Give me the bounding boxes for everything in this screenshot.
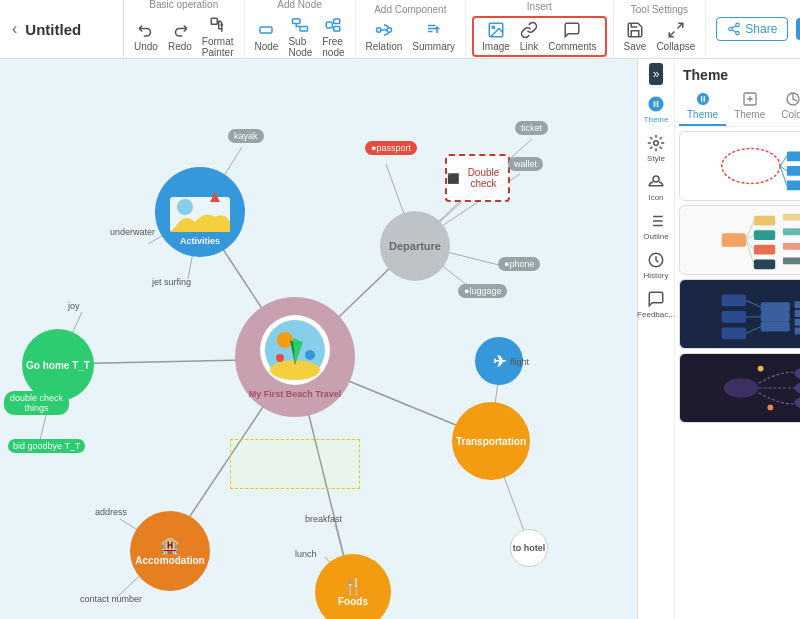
- lunch-label[interactable]: lunch: [295, 549, 317, 559]
- flight-label: flight: [510, 357, 529, 367]
- insert-group: Insert Image Link Comments: [466, 0, 614, 58]
- add-component-label: Add Component: [374, 4, 446, 15]
- image-button[interactable]: Image: [478, 19, 514, 54]
- expand-button[interactable]: »: [649, 63, 664, 85]
- theme-tab-color[interactable]: Color: [773, 87, 800, 126]
- svg-rect-6: [334, 26, 340, 31]
- basic-operation-group: Basic operation Undo Redo Format Painter: [124, 0, 245, 58]
- theme-tabs: Theme Theme Color Backdrop: [675, 87, 800, 127]
- svg-rect-94: [722, 311, 746, 323]
- svg-rect-78: [754, 216, 775, 226]
- basic-operation-label: Basic operation: [149, 0, 218, 10]
- add-node-group: Add Node Node Sub Node Free node: [245, 0, 356, 58]
- side-style-button[interactable]: Style: [638, 130, 674, 167]
- side-outline-button[interactable]: Outline: [638, 208, 674, 245]
- svg-rect-3: [300, 26, 308, 31]
- phone-label[interactable]: ●phone: [498, 257, 540, 271]
- svg-line-12: [669, 32, 674, 37]
- departure-node[interactable]: Departure: [380, 211, 450, 281]
- sub-node-button[interactable]: Sub Node: [284, 14, 316, 60]
- redo-button[interactable]: Redo: [164, 19, 196, 54]
- double-check-node[interactable]: ⬛ Double check: [445, 154, 510, 202]
- center-node[interactable]: My First Beach Travel: [235, 297, 355, 417]
- tool-settings-label: Tool Settings: [631, 4, 688, 15]
- svg-point-13: [736, 23, 740, 27]
- breakfast-label[interactable]: breakfast: [305, 514, 342, 524]
- theme-tab-text[interactable]: Theme: [726, 87, 773, 126]
- canvas[interactable]: My First Beach Travel Activities Departu…: [0, 59, 637, 619]
- kayak-label[interactable]: kayak: [228, 129, 264, 143]
- link-button[interactable]: Link: [516, 19, 542, 54]
- luggage-label[interactable]: ●luggage: [458, 284, 507, 298]
- foods-node[interactable]: 🍴 Foods: [315, 554, 391, 619]
- address-label[interactable]: address: [95, 507, 127, 517]
- tool-settings-group: Tool Settings Save Collapse: [614, 0, 707, 58]
- summary-button[interactable]: Summary: [408, 19, 459, 54]
- theme-title: Theme: [683, 67, 728, 83]
- svg-point-10: [492, 26, 494, 28]
- svg-rect-104: [795, 319, 800, 326]
- svg-rect-0: [211, 18, 217, 24]
- svg-point-48: [276, 354, 284, 362]
- svg-point-8: [387, 28, 392, 33]
- toolbar-right: Share Export: [706, 0, 800, 58]
- side-style-label: Style: [647, 154, 665, 163]
- jet-surfing-label[interactable]: jet surfing: [152, 277, 191, 287]
- theme-tab-icon[interactable]: Theme: [679, 87, 726, 126]
- save-button[interactable]: Save: [620, 19, 651, 54]
- svg-point-111: [758, 366, 764, 372]
- joy-label[interactable]: joy: [68, 301, 80, 311]
- svg-rect-80: [754, 245, 775, 255]
- svg-rect-5: [334, 19, 340, 24]
- svg-rect-95: [722, 328, 746, 340]
- passport-label[interactable]: ●passport: [365, 141, 417, 155]
- insert-label: Insert: [527, 1, 552, 12]
- theme-thumb-4[interactable]: [679, 353, 800, 423]
- free-node-button[interactable]: Free node: [318, 14, 348, 60]
- node-button[interactable]: Node: [251, 19, 283, 54]
- svg-rect-67: [787, 151, 800, 161]
- ticket-label[interactable]: ticket: [515, 121, 548, 135]
- side-theme-button[interactable]: Theme: [638, 91, 674, 128]
- svg-point-46: [277, 332, 293, 348]
- side-history-button[interactable]: History: [638, 247, 674, 284]
- underwater-label[interactable]: underwater: [110, 227, 155, 237]
- contact-number-label[interactable]: contact number: [80, 594, 142, 604]
- theme-header: Theme: [675, 59, 800, 87]
- title-area: ‹ Untitled: [0, 0, 124, 58]
- format-painter-button[interactable]: Format Painter: [198, 14, 238, 60]
- side-toolbar: » Theme Style Icon Outline History: [638, 59, 675, 619]
- theme-thumbnails: [675, 127, 800, 619]
- double-check-things-label[interactable]: double check things: [4, 391, 69, 415]
- transportation-node[interactable]: Transportation: [452, 402, 530, 480]
- theme-thumb-3[interactable]: [679, 279, 800, 349]
- theme-thumb-2[interactable]: [679, 205, 800, 275]
- svg-rect-86: [783, 214, 800, 221]
- svg-rect-100: [761, 312, 790, 322]
- back-button[interactable]: ‹: [12, 20, 17, 38]
- activities-node[interactable]: Activities: [155, 167, 245, 257]
- center-node-label: My First Beach Travel: [245, 389, 346, 399]
- theme-thumb-1[interactable]: [679, 131, 800, 201]
- svg-rect-68: [787, 166, 800, 176]
- svg-rect-105: [795, 328, 800, 335]
- undo-button[interactable]: Undo: [130, 19, 162, 54]
- share-button[interactable]: Share: [716, 17, 788, 41]
- right-panel: » Theme Style Icon Outline History: [637, 59, 800, 619]
- side-feedback-button[interactable]: Feedbac...: [638, 286, 674, 323]
- svg-rect-93: [722, 295, 746, 307]
- export-button[interactable]: Export: [796, 18, 800, 40]
- svg-point-15: [736, 31, 740, 35]
- side-theme-label: Theme: [644, 115, 669, 124]
- bid-goodbye-label[interactable]: bid goodbye T_T: [8, 439, 85, 453]
- svg-rect-89: [783, 257, 800, 264]
- accomodation-node[interactable]: 🏨 Accomodation: [130, 511, 210, 591]
- comments-button[interactable]: Comments: [544, 19, 600, 54]
- side-history-label: History: [644, 271, 669, 280]
- svg-rect-77: [722, 233, 746, 247]
- side-icon-button[interactable]: Icon: [638, 169, 674, 206]
- to-hotel-node[interactable]: to hotel: [510, 529, 548, 567]
- wallet-label[interactable]: wallet: [508, 157, 543, 171]
- collapse-button[interactable]: Collapse: [652, 19, 699, 54]
- relation-button[interactable]: Relation: [362, 19, 407, 54]
